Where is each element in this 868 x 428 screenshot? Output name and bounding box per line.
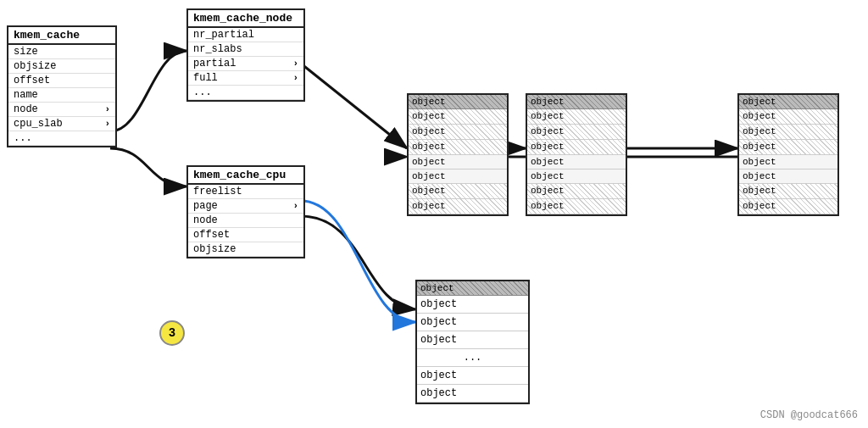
cpu-freelist: freelist (188, 185, 303, 199)
slab-box-3: object object object object object objec… (737, 93, 839, 216)
cpu-offset: offset (188, 228, 303, 242)
kmem-cache-cpu-title: kmem_cache_cpu (188, 167, 303, 185)
slab3-row5: object (739, 170, 837, 184)
slab1-row3: object (409, 140, 507, 155)
slab3-row1: object (739, 109, 837, 125)
slab1-row2: object (409, 125, 507, 140)
kmem-cache-cpu-box: kmem_cache_cpu freelist page› node offse… (186, 165, 305, 258)
kmem-cache-cpu-slab: cpu_slab› (8, 117, 115, 131)
slab-box-2: object object object object object objec… (526, 93, 627, 216)
kmem-cache-node: node› (8, 103, 115, 117)
slab2-row3: object (527, 140, 626, 155)
current-slab-row1: object (417, 296, 528, 314)
slab1-row7: object (409, 199, 507, 214)
diagram: kmem_cache size objsize offset name node… (0, 0, 868, 428)
slab1-title: object (409, 95, 507, 109)
current-slab-row5: object (417, 385, 528, 403)
current-slab-title: object (417, 281, 528, 296)
slab3-title: object (739, 95, 837, 109)
node-partial: partial› (188, 57, 303, 71)
slab3-row7: object (739, 199, 837, 214)
slab1-row1: object (409, 109, 507, 125)
slab2-row4: object (527, 155, 626, 170)
current-slab-row4: object (417, 367, 528, 385)
current-slab-box: object object object object ... object o… (415, 280, 530, 404)
node-full: full› (188, 71, 303, 86)
current-slab-row2: object (417, 314, 528, 331)
slab3-row2: object (739, 125, 837, 140)
kmem-cache-dots: ... (8, 131, 115, 146)
slab3-row3: object (739, 140, 837, 155)
slab2-row7: object (527, 199, 626, 214)
kmem-cache-title: kmem_cache (8, 27, 115, 45)
kmem-cache-size: size (8, 45, 115, 59)
kmem-cache-node-box: kmem_cache_node nr_partial nr_slabs part… (186, 8, 305, 102)
node-nr-slabs: nr_slabs (188, 42, 303, 57)
kmem-cache-name: name (8, 88, 115, 103)
slab1-row4: object (409, 155, 507, 170)
slab2-row6: object (527, 184, 626, 199)
slab2-row2: object (527, 125, 626, 140)
badge-3: 3 (159, 320, 185, 346)
slab1-row5: object (409, 170, 507, 184)
kmem-cache-objsize: objsize (8, 59, 115, 74)
node-dots: ... (188, 86, 303, 100)
current-slab-dots: ... (417, 349, 528, 367)
cpu-objsize: objsize (188, 242, 303, 257)
slab3-row4: object (739, 155, 837, 170)
current-slab-row3: object (417, 331, 528, 349)
kmem-cache-offset: offset (8, 74, 115, 88)
cpu-node: node (188, 214, 303, 228)
slab2-row5: object (527, 170, 626, 184)
slab2-title: object (527, 95, 626, 109)
cpu-page: page› (188, 199, 303, 214)
node-nr-partial: nr_partial (188, 28, 303, 42)
slab-box-1: object object object object object objec… (407, 93, 509, 216)
watermark: CSDN @goodcat666 (760, 409, 858, 421)
kmem-cache-node-title: kmem_cache_node (188, 10, 303, 28)
slab2-row1: object (527, 109, 626, 125)
kmem-cache-box: kmem_cache size objsize offset name node… (7, 25, 117, 147)
slab3-row6: object (739, 184, 837, 199)
slab1-row6: object (409, 184, 507, 199)
